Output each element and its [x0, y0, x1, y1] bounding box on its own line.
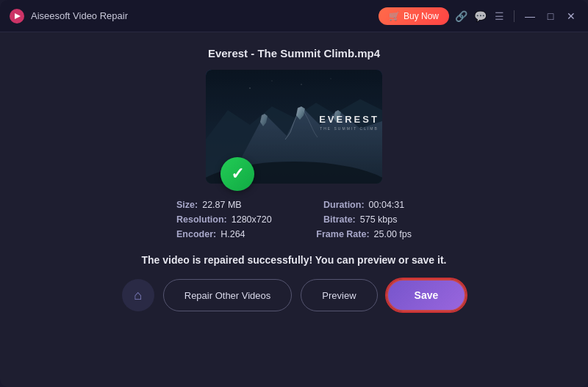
duration-label: Duration:: [323, 200, 365, 210]
resolution-cell: Resolution: 1280x720: [176, 214, 272, 225]
info-row-3: Encoder: H.264 Frame Rate: 25.00 fps: [176, 229, 412, 239]
info-row-1: Size: 22.87 MB Duration: 00:04:31: [176, 200, 412, 210]
chat-icon[interactable]: 💬: [473, 9, 487, 23]
link-icon[interactable]: 🔗: [453, 9, 468, 23]
size-value: 22.87 MB: [202, 200, 242, 210]
title-bar-controls: 🛒 Buy Now 🔗 💬 ☰ — □ ✕: [379, 7, 579, 25]
bitrate-value: 575 kbps: [360, 214, 398, 225]
size-label: Size:: [176, 200, 198, 210]
encoder-label: Encoder:: [176, 229, 216, 239]
app-window: Aiseesoft Video Repair 🛒 Buy Now 🔗 💬 ☰ —…: [0, 0, 588, 387]
home-button[interactable]: ⌂: [122, 279, 154, 311]
success-message: The video is repaired successfully! You …: [142, 254, 447, 266]
action-buttons: ⌂ Repair Other Videos Preview Save: [122, 279, 467, 311]
maximize-button[interactable]: □: [542, 8, 559, 24]
buy-now-button[interactable]: 🛒 Buy Now: [379, 7, 449, 25]
success-check-badge: ✓: [220, 157, 254, 191]
framerate-label: Frame Rate:: [316, 229, 369, 239]
main-content: Everest - The Summit Climb.mp4: [0, 32, 588, 387]
video-filename: Everest - The Summit Climb.mp4: [208, 47, 380, 59]
encoder-value: H.264: [220, 229, 245, 239]
framerate-value: 25.00 fps: [374, 229, 412, 239]
app-title: Aiseesoft Video Repair: [31, 10, 379, 21]
divider: [514, 10, 514, 22]
video-thumbnail-wrapper: EVEREST THE SUMMIT CLIMB ✓: [206, 70, 382, 184]
svg-text:EVEREST: EVEREST: [319, 114, 379, 125]
menu-icon[interactable]: ☰: [492, 9, 506, 23]
repair-other-button[interactable]: Repair Other Videos: [163, 279, 293, 311]
info-row-2: Resolution: 1280x720 Bitrate: 575 kbps: [176, 214, 412, 225]
encoder-cell: Encoder: H.264: [176, 229, 265, 239]
duration-cell: Duration: 00:04:31: [323, 200, 412, 210]
duration-value: 00:04:31: [369, 200, 405, 210]
bitrate-label: Bitrate:: [323, 214, 356, 225]
title-bar: Aiseesoft Video Repair 🛒 Buy Now 🔗 💬 ☰ —…: [0, 0, 588, 32]
resolution-label: Resolution:: [176, 214, 227, 225]
bitrate-cell: Bitrate: 575 kbps: [323, 214, 412, 225]
close-button[interactable]: ✕: [563, 8, 579, 24]
app-logo-icon: [9, 8, 25, 24]
svg-text:THE SUMMIT CLIMB: THE SUMMIT CLIMB: [320, 126, 379, 131]
buy-now-label: Buy Now: [404, 11, 439, 21]
file-info-grid: Size: 22.87 MB Duration: 00:04:31 Resolu…: [176, 200, 412, 244]
minimize-button[interactable]: —: [522, 8, 538, 24]
preview-button[interactable]: Preview: [301, 279, 377, 311]
resolution-value: 1280x720: [232, 214, 272, 225]
size-cell: Size: 22.87 MB: [176, 200, 265, 210]
cart-icon: 🛒: [389, 11, 400, 21]
save-button[interactable]: Save: [387, 279, 467, 311]
framerate-cell: Frame Rate: 25.00 fps: [316, 229, 412, 239]
home-icon: ⌂: [134, 288, 142, 303]
